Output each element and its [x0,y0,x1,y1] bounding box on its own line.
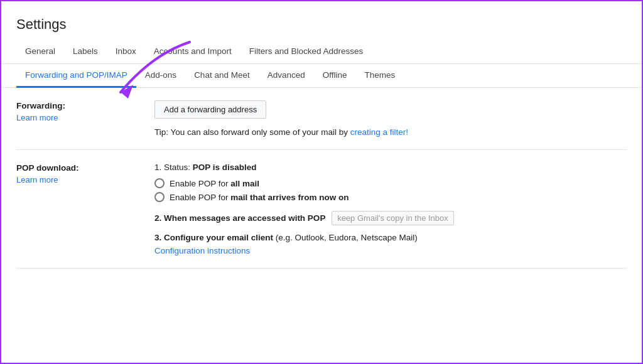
when-pop-row: 2. When messages are accessed with POP k… [154,211,627,225]
pop-status-value: POP is disabled [193,163,257,172]
settings-body: Forwarding: Learn more Add a forwarding … [1,88,642,269]
configuration-instructions-link[interactable]: Configuration instructions [154,246,627,255]
tab-offline[interactable]: Offline [314,64,356,88]
forwarding-learn-more[interactable]: Learn more [16,113,142,122]
tab-add-ons[interactable]: Add-ons [136,64,185,88]
pop-option1-row: Enable POP for all mail [154,178,627,188]
pop-status-line: 1. Status: POP is disabled [154,163,627,172]
forwarding-content: Add a forwarding address Tip: You can al… [154,100,627,137]
configure-row: 3. Configure your email client (e.g. Out… [154,233,627,255]
pop-option1-bold: all mail [230,179,259,188]
when-pop-label: 2. When messages are accessed with POP [154,213,325,223]
tab-forwarding-pop[interactable]: Forwarding and POP/IMAP [16,64,136,88]
pop-option2-prefix: Enable POP for [170,193,230,202]
configure-detail: (e.g. Outlook, Eudora, Netscape Mail) [273,233,418,242]
tab-filters-blocked[interactable]: Filters and Blocked Addresses [240,40,372,64]
configure-label: 3. Configure your email client [154,233,273,242]
forwarding-label-col: Forwarding: Learn more [16,100,154,122]
pop-label: POP download: [16,163,79,173]
forwarding-section: Forwarding: Learn more Add a forwarding … [16,88,627,150]
when-pop-dropdown[interactable]: keep Gmail's copy in the Inbox [332,211,454,225]
pop-option1-radio[interactable] [154,178,165,188]
pop-option2-row: Enable POP for mail that arrives from no… [154,192,627,202]
page-title: Settings [1,1,642,40]
creating-filter-link[interactable]: creating a filter! [350,127,408,137]
pop-label-col: POP download: Learn more [16,163,154,185]
tip-prefix: Tip: You can also forward only some of y… [154,127,350,137]
tab-labels[interactable]: Labels [64,40,107,64]
forwarding-label: Forwarding: [16,101,65,110]
add-forwarding-button[interactable]: Add a forwarding address [154,100,266,119]
pop-status-label: 1. Status: [154,163,193,172]
tab-themes[interactable]: Themes [356,64,404,88]
pop-learn-more[interactable]: Learn more [16,175,142,185]
pop-option1-prefix: Enable POP for [170,179,230,188]
pop-option2-bold: mail that arrives from now on [230,193,349,202]
pop-option2-radio[interactable] [154,192,165,202]
tab-advanced[interactable]: Advanced [259,64,314,88]
tabs-row-1: General Labels Inbox Accounts and Import… [1,40,642,64]
pop-section: POP download: Learn more 1. Status: POP … [16,150,627,269]
tab-chat-meet[interactable]: Chat and Meet [185,64,259,88]
tip-text: Tip: You can also forward only some of y… [154,127,627,137]
tab-inbox[interactable]: Inbox [107,40,145,64]
pop-option1-text: Enable POP for all mail [170,179,259,188]
pop-content: 1. Status: POP is disabled Enable POP fo… [154,163,627,255]
pop-option2-text: Enable POP for mail that arrives from no… [170,193,349,202]
tab-accounts-import[interactable]: Accounts and Import [145,40,240,64]
tabs-row-2: Forwarding and POP/IMAP Add-ons Chat and… [1,64,642,88]
tab-general[interactable]: General [16,40,64,64]
